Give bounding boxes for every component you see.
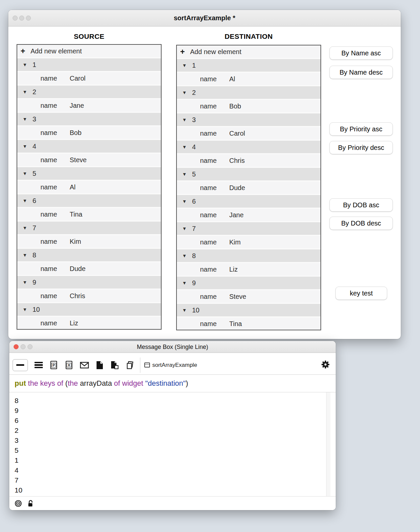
lock-toggle-button[interactable] <box>28 500 34 507</box>
array-element-header[interactable]: 10 <box>177 304 320 316</box>
array-element-header[interactable]: 1 <box>17 58 161 71</box>
add-new-element-row[interactable]: + Add new element <box>177 45 320 58</box>
field-value[interactable]: Tina <box>70 211 82 218</box>
doc-x-button[interactable]: X <box>64 361 74 370</box>
array-element-header[interactable]: 1 <box>177 59 320 72</box>
field-value[interactable]: Steve <box>229 293 246 300</box>
collapse-triangle-icon[interactable] <box>182 144 192 150</box>
add-new-element-row[interactable]: + Add new element <box>17 45 161 57</box>
scrollbar[interactable] <box>326 392 330 496</box>
page-copy-button[interactable] <box>110 361 119 370</box>
single-line-mode-button[interactable] <box>13 359 28 371</box>
field-value[interactable]: Dude <box>70 265 86 273</box>
field-value[interactable]: Liz <box>70 319 78 327</box>
array-element-header[interactable]: 3 <box>17 113 161 125</box>
collapse-triangle-icon[interactable] <box>182 253 192 258</box>
message-box-output[interactable]: 89623514710 <box>9 392 336 496</box>
field-name[interactable]: name <box>40 265 70 273</box>
field-name[interactable]: name <box>200 75 229 83</box>
main-window-titlebar[interactable]: sortArrayExample * <box>8 10 401 27</box>
stack-tab[interactable]: sortArrayExample <box>144 362 197 368</box>
field-value[interactable]: Tina <box>229 320 242 328</box>
collapse-triangle-icon[interactable] <box>182 280 192 286</box>
message-box-command-line[interactable]: put the keys of (the arrayData of widget… <box>9 375 336 392</box>
field-value[interactable]: Steve <box>70 156 87 164</box>
by-dob-asc-button[interactable]: By DOB asc <box>329 198 393 212</box>
field-name[interactable]: name <box>40 238 70 245</box>
field-name[interactable]: name <box>200 157 229 165</box>
field-value[interactable]: Chris <box>229 157 245 165</box>
field-name[interactable]: name <box>200 130 229 137</box>
collapse-triangle-icon[interactable] <box>23 116 33 122</box>
array-element-header[interactable]: 4 <box>177 141 320 153</box>
doc-p-button[interactable]: P <box>49 361 58 370</box>
collapse-triangle-icon[interactable] <box>182 90 192 95</box>
array-element-header[interactable]: 7 <box>177 222 320 235</box>
field-value[interactable]: Chris <box>70 292 85 300</box>
collapse-triangle-icon[interactable] <box>23 89 33 95</box>
collapse-triangle-icon[interactable] <box>23 225 33 231</box>
field-value[interactable]: Carol <box>229 130 245 137</box>
field-name[interactable]: name <box>200 184 229 192</box>
multi-line-mode-button[interactable] <box>34 361 43 370</box>
collapse-triangle-icon[interactable] <box>182 171 192 177</box>
collapse-triangle-icon[interactable] <box>23 62 33 67</box>
collapse-triangle-icon[interactable] <box>23 198 33 203</box>
array-element-header[interactable]: 2 <box>177 86 320 99</box>
field-name[interactable]: name <box>40 156 70 164</box>
collapse-triangle-icon[interactable] <box>23 307 33 312</box>
collapse-triangle-icon[interactable] <box>182 226 192 231</box>
array-element-header[interactable]: 6 <box>17 194 161 207</box>
array-element-header[interactable]: 4 <box>17 140 161 153</box>
collapse-triangle-icon[interactable] <box>23 144 33 149</box>
by-dob-desc-button[interactable]: By DOB desc <box>329 217 393 230</box>
field-name[interactable]: name <box>200 238 229 246</box>
field-value[interactable]: Jane <box>229 211 244 219</box>
array-element-header[interactable]: 7 <box>17 222 161 234</box>
field-name[interactable]: name <box>40 102 70 109</box>
array-element-header[interactable]: 10 <box>17 303 161 316</box>
field-value[interactable]: Al <box>70 183 76 191</box>
page-button[interactable] <box>95 361 104 370</box>
array-element-header[interactable]: 5 <box>177 168 320 180</box>
field-name[interactable]: name <box>40 292 70 300</box>
array-element-header[interactable]: 8 <box>177 249 320 262</box>
collapse-triangle-icon[interactable] <box>182 117 192 122</box>
field-name[interactable]: name <box>200 102 229 110</box>
by-name-desc-button[interactable]: By Name desc <box>329 66 393 79</box>
message-box-titlebar[interactable]: Message Box (Single Line) <box>9 341 336 353</box>
array-element-header[interactable]: 8 <box>17 249 161 261</box>
field-name[interactable]: name <box>40 129 70 137</box>
collapse-triangle-icon[interactable] <box>23 171 33 176</box>
field-value[interactable]: Dude <box>229 184 245 192</box>
field-value[interactable]: Kim <box>70 238 81 245</box>
field-value[interactable]: Bob <box>229 102 241 110</box>
field-name[interactable]: name <box>200 266 229 273</box>
array-element-header[interactable]: 2 <box>17 86 161 98</box>
field-value[interactable]: Jane <box>70 102 84 109</box>
collapse-triangle-icon[interactable] <box>182 63 192 68</box>
field-value[interactable]: Bob <box>70 129 82 137</box>
field-name[interactable]: name <box>200 320 229 328</box>
field-name[interactable]: name <box>40 75 70 82</box>
field-value[interactable]: Carol <box>70 75 86 82</box>
by-priority-desc-button[interactable]: By Priority desc <box>329 141 393 154</box>
field-value[interactable]: Al <box>229 75 235 83</box>
array-element-header[interactable]: 3 <box>177 113 320 126</box>
array-element-header[interactable]: 9 <box>177 277 320 289</box>
key-test-button[interactable]: key test <box>335 287 387 300</box>
field-name[interactable]: name <box>40 183 70 191</box>
collapse-triangle-icon[interactable] <box>182 199 192 204</box>
field-name[interactable]: name <box>200 293 229 300</box>
collapse-triangle-icon[interactable] <box>23 252 33 258</box>
collapse-triangle-icon[interactable] <box>182 307 192 313</box>
settings-button[interactable] <box>321 360 330 370</box>
by-name-asc-button[interactable]: By Name asc <box>329 46 393 60</box>
array-element-header[interactable]: 6 <box>177 195 320 208</box>
field-name[interactable]: name <box>40 319 70 327</box>
field-value[interactable]: Kim <box>229 238 241 246</box>
collapse-triangle-icon[interactable] <box>23 280 33 285</box>
message-watcher-button[interactable] <box>15 500 22 507</box>
field-value[interactable]: Liz <box>229 266 238 273</box>
field-name[interactable]: name <box>40 211 70 218</box>
